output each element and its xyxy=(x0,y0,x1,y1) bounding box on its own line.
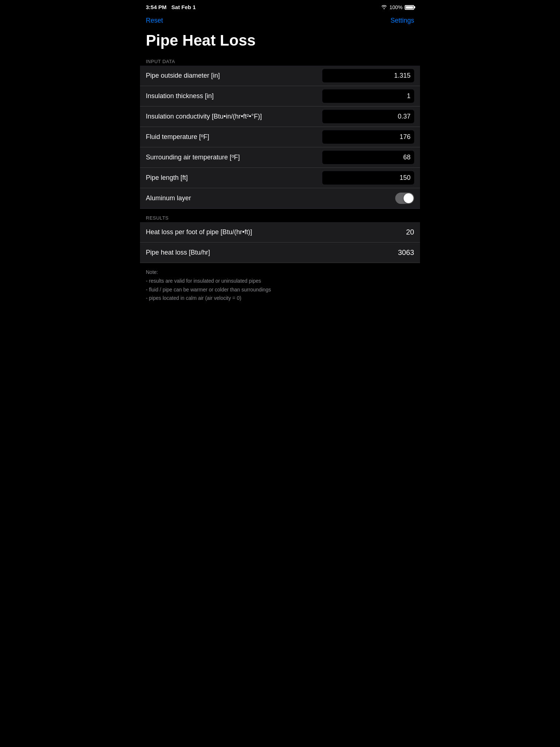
settings-button[interactable]: Settings xyxy=(390,15,414,26)
results-section-label: RESULTS xyxy=(140,213,420,222)
nav-bar: Reset Settings xyxy=(140,13,420,30)
input-fluid-temperature[interactable] xyxy=(322,130,414,144)
label-pipe-length: Pipe length [ft] xyxy=(146,169,322,187)
toggle-knob-aluminum xyxy=(404,193,413,203)
note-line-1: - results are valid for insulated or uni… xyxy=(146,277,414,286)
input-pipe-outside-diameter[interactable] xyxy=(322,69,414,82)
row-insulation-conductivity: Insulation conductivity [Btu•in/(hr•ft²•… xyxy=(140,107,420,127)
label-pipe-heat-loss: Pipe heat loss [Btu/hr] xyxy=(146,244,398,262)
value-heat-loss-per-foot: 20 xyxy=(406,228,414,236)
row-fluid-temperature: Fluid temperature [ºF] xyxy=(140,127,420,147)
aluminum-layer-toggle[interactable] xyxy=(395,193,414,204)
input-surrounding-air-temperature[interactable] xyxy=(322,151,414,164)
label-heat-loss-per-foot: Heat loss per foot of pipe [Btu/(hr•ft)] xyxy=(146,223,406,241)
status-bar: 3:54 PM Sat Feb 1 100% xyxy=(140,0,420,13)
note-line-3: - pipes located in calm air (air velocit… xyxy=(146,294,414,303)
input-insulation-thickness[interactable] xyxy=(322,89,414,103)
battery-percentage: 100% xyxy=(389,4,402,10)
battery-icon xyxy=(405,5,414,10)
status-right: 100% xyxy=(381,4,414,10)
result-row-heat-loss-per-foot: Heat loss per foot of pipe [Btu/(hr•ft)]… xyxy=(140,222,420,243)
row-insulation-thickness: Insulation thickness [in] xyxy=(140,86,420,107)
toggle-container-aluminum xyxy=(395,193,414,204)
label-pipe-outside-diameter: Pipe outside diameter [in] xyxy=(146,67,322,85)
label-surrounding-air-temperature: Surrounding air temperature [ºF] xyxy=(146,148,322,166)
note-line-2: - fluid / pipe can be warmer or colder t… xyxy=(146,286,414,294)
reset-button[interactable]: Reset xyxy=(146,15,163,26)
battery-fill xyxy=(406,6,413,9)
status-time-date: 3:54 PM Sat Feb 1 xyxy=(146,4,196,11)
status-time: 3:54 PM xyxy=(146,4,167,10)
wifi-icon xyxy=(381,4,387,10)
input-section: INPUT DATA Pipe outside diameter [in] In… xyxy=(140,57,420,209)
row-pipe-outside-diameter: Pipe outside diameter [in] xyxy=(140,66,420,86)
row-surrounding-air-temperature: Surrounding air temperature [ºF] xyxy=(140,147,420,168)
row-aluminum-layer: Aluminum layer xyxy=(140,188,420,209)
input-pipe-length[interactable] xyxy=(322,171,414,185)
label-aluminum-layer: Aluminum layer xyxy=(146,189,395,207)
input-section-label: INPUT DATA xyxy=(140,57,420,66)
label-fluid-temperature: Fluid temperature [ºF] xyxy=(146,128,322,146)
results-section: RESULTS Heat loss per foot of pipe [Btu/… xyxy=(140,213,420,263)
row-pipe-length: Pipe length [ft] xyxy=(140,168,420,188)
label-insulation-thickness: Insulation thickness [in] xyxy=(146,87,322,105)
value-pipe-heat-loss: 3063 xyxy=(398,248,415,257)
notes-section: Note: - results are valid for insulated … xyxy=(140,263,420,308)
status-date: Sat Feb 1 xyxy=(171,4,196,10)
input-insulation-conductivity[interactable] xyxy=(322,110,414,123)
result-row-pipe-heat-loss: Pipe heat loss [Btu/hr] 3063 xyxy=(140,243,420,263)
page-title: Pipe Heat Loss xyxy=(140,30,420,57)
label-insulation-conductivity: Insulation conductivity [Btu•in/(hr•ft²•… xyxy=(146,108,322,125)
note-line-0: Note: xyxy=(146,268,414,277)
